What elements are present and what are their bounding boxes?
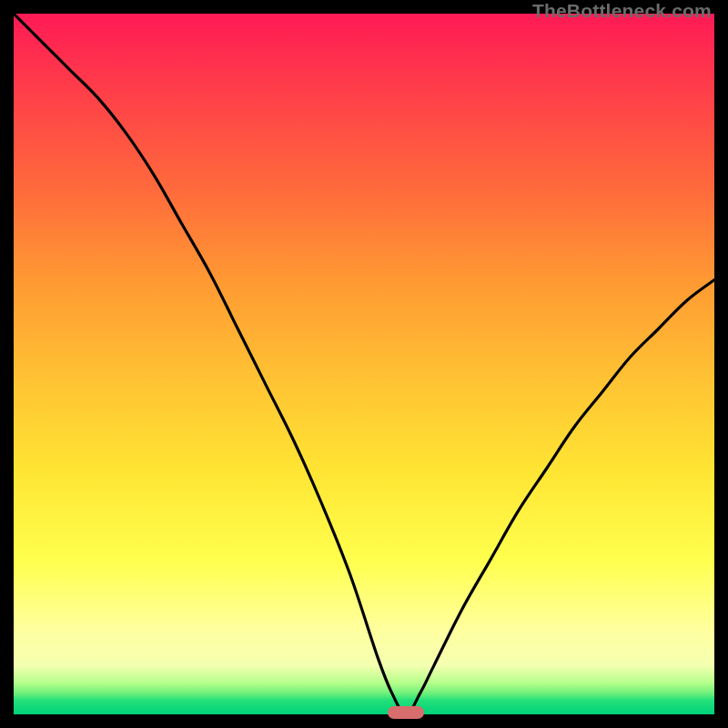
chart-frame: TheBottleneck.com (0, 0, 728, 728)
minimum-marker (388, 706, 424, 719)
watermark-text: TheBottleneck.com (532, 0, 712, 22)
curve-path (14, 14, 714, 714)
plot-area (14, 14, 714, 714)
bottleneck-curve (14, 14, 714, 714)
